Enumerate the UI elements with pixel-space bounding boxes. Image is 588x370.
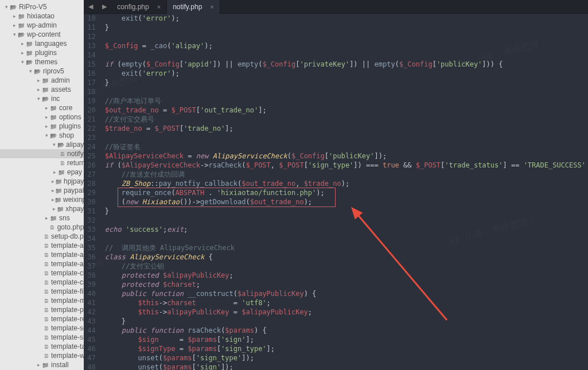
chevron-down-icon[interactable]: ▾ — [28, 68, 33, 74]
tree-folder[interactable]: ▸paypal — [0, 186, 84, 195]
tree-folder[interactable]: ▸hixiaotao — [0, 11, 84, 21]
code-line[interactable]: $AlipayServiceCheck = new AlipayServiceC… — [105, 151, 586, 161]
tree-folder[interactable]: ▸hpjpay — [0, 177, 84, 186]
tree-folder[interactable]: ▸xhpay — [0, 204, 84, 213]
code-line[interactable]: exit('error'); — [105, 14, 586, 23]
chevron-right-icon[interactable]: ▸ — [36, 362, 41, 368]
tree-folder[interactable]: ▸wp-admin — [0, 21, 84, 30]
tree-folder[interactable]: ▸install — [0, 360, 84, 369]
code-line[interactable] — [105, 87, 586, 96]
code-line[interactable]: $trade_no = $_POST['trade_no']; — [105, 124, 586, 133]
code-line[interactable]: $this->alipayPublicKey = $alipayPublicKe… — [105, 307, 586, 317]
tree-folder[interactable]: ▸admin — [0, 76, 84, 85]
code-line[interactable]: // 调用其他类 AlipayServiceCheck — [105, 243, 586, 252]
tree-folder[interactable]: ▸plugins — [0, 48, 84, 57]
tree-folder[interactable]: ▸options — [0, 112, 84, 122]
code-line[interactable]: //支付宝公钥 — [105, 262, 586, 271]
tree-file[interactable]: template-post-type.php — [0, 305, 84, 314]
tree-file[interactable]: template-walker.php — [0, 351, 84, 360]
code-line[interactable]: //发送支付成功回调 — [105, 170, 586, 179]
tree-folder[interactable]: ▸weixinpay — [0, 195, 84, 204]
tree-folder[interactable]: ▾riprov5 — [0, 67, 84, 76]
code-line[interactable]: } — [105, 207, 586, 216]
code-line[interactable]: //支付宝交易号 — [105, 115, 586, 124]
code-line[interactable]: ZB_Shop::pay_notfiy_callback($out_trade_… — [105, 179, 586, 188]
code-line[interactable]: public function __construct($alipayPubli… — [105, 289, 586, 298]
code-line[interactable]: //商户本地订单号 — [105, 96, 586, 106]
code-line[interactable]: } — [105, 78, 586, 87]
code-editor[interactable]: 1011121314151617181920212223242526272829… — [84, 14, 588, 370]
tree-file[interactable]: template-admin.php — [0, 241, 84, 250]
code-line[interactable] — [105, 133, 586, 142]
tree-file[interactable]: template-tags.php — [0, 342, 84, 351]
code-line[interactable] — [105, 32, 586, 41]
chevron-right-icon[interactable]: ▸ — [11, 22, 17, 28]
code-line[interactable]: protected $charset; — [105, 280, 586, 289]
close-icon[interactable]: × — [210, 3, 213, 10]
code-line[interactable]: //验证签名 — [105, 142, 586, 151]
tree-folder[interactable]: ▾RiPro-V5 — [0, 2, 84, 11]
tree-file[interactable]: template-filter.php — [0, 287, 84, 296]
code-line[interactable]: (new Hixiaotao())->getDownload($out_trad… — [105, 197, 586, 207]
chevron-right-icon[interactable]: ▸ — [52, 206, 57, 212]
tree-folder[interactable]: ▸epay — [0, 168, 84, 177]
chevron-right-icon[interactable]: ▸ — [20, 50, 25, 56]
code-line[interactable]: class AlipayServiceCheck { — [105, 252, 586, 262]
code-line[interactable]: $signType = $params['sign_type']; — [105, 344, 586, 353]
chevron-down-icon[interactable]: ▾ — [44, 133, 49, 138]
chevron-down-icon[interactable]: ▾ — [3, 4, 9, 10]
tree-file[interactable]: setup-db.php — [0, 232, 84, 241]
tree-file[interactable]: template-mail.php — [0, 296, 84, 305]
chevron-right-icon[interactable]: ▸ — [20, 41, 25, 46]
editor-tab[interactable]: notify.php× — [167, 0, 220, 14]
code-line[interactable]: require_once(ABSPATH . 'hixiaotao/functi… — [105, 188, 586, 197]
file-tree-sidebar[interactable]: ▾RiPro-V5▸hixiaotao▸wp-admin▾wp-content▸… — [0, 0, 84, 370]
code-line[interactable]: protected $alipayPublicKey; — [105, 271, 586, 280]
code-line[interactable] — [105, 216, 586, 225]
tree-file[interactable]: return.php — [0, 158, 84, 168]
code-line[interactable]: $_Config = _cao('alipay'); — [105, 41, 586, 50]
tree-folder[interactable]: ▸languages — [0, 39, 84, 48]
chevron-down-icon[interactable]: ▾ — [36, 96, 41, 102]
chevron-right-icon[interactable]: ▸ — [44, 105, 49, 111]
code-line[interactable] — [105, 234, 586, 243]
nav-forward-icon[interactable]: ▶ — [98, 3, 111, 10]
code-line[interactable]: exit('error'); — [105, 69, 586, 78]
chevron-right-icon[interactable]: ▸ — [11, 13, 17, 19]
tree-folder[interactable]: ▸assets — [0, 85, 84, 94]
code-line[interactable]: } — [105, 317, 586, 326]
code-line[interactable]: public function rsaCheck($params) { — [105, 326, 586, 335]
tree-folder[interactable]: ▾themes — [0, 57, 84, 67]
tree-file[interactable]: goto.php — [0, 223, 84, 232]
code-line[interactable]: echo 'success';exit; — [105, 225, 586, 234]
chevron-down-icon[interactable]: ▾ — [20, 59, 25, 65]
code-line[interactable]: unset($params['sign']); — [105, 363, 586, 370]
nav-back-icon[interactable]: ◀ — [84, 3, 98, 10]
tree-folder[interactable]: ▸plugins — [0, 122, 84, 131]
tree-file[interactable]: template-assets.php — [0, 259, 84, 268]
code-line[interactable]: $out_trade_no = $_POST['out_trade_no']; — [105, 106, 586, 115]
tree-folder[interactable]: ▸sns — [0, 213, 84, 223]
tree-folder[interactable]: ▸core — [0, 103, 84, 112]
editor-tab[interactable]: config.php× — [111, 0, 167, 14]
tree-file[interactable]: template-ajax.php — [0, 250, 84, 259]
code-content[interactable]: exit('error');}$_Config = _cao('alipay')… — [103, 14, 588, 370]
code-line[interactable]: } — [105, 23, 586, 32]
tree-file[interactable]: template-rewrite.php — [0, 314, 84, 324]
tree-file[interactable]: template-csf.php — [0, 278, 84, 287]
tree-file[interactable]: template-clean.php — [0, 268, 84, 278]
code-line[interactable]: if ($AlipayServiceCheck->rsaCheck($_POST… — [105, 161, 586, 170]
tree-file[interactable]: template-seo.php — [0, 324, 84, 333]
chevron-down-icon[interactable]: ▾ — [11, 32, 17, 37]
chevron-right-icon[interactable]: ▸ — [44, 123, 49, 129]
code-line[interactable] — [105, 50, 586, 60]
tree-file[interactable]: notify.php — [0, 149, 84, 158]
tree-folder[interactable]: ▾alipay — [0, 140, 84, 149]
tree-file[interactable]: template-shop.php — [0, 333, 84, 342]
code-line[interactable]: $sign = $params['sign']; — [105, 335, 586, 344]
chevron-right-icon[interactable]: ▸ — [52, 169, 57, 175]
code-line[interactable]: unset($params['sign_type']); — [105, 353, 586, 363]
tree-folder[interactable]: ▾inc — [0, 94, 84, 103]
chevron-right-icon[interactable]: ▸ — [36, 87, 41, 92]
tree-folder[interactable]: ▾shop — [0, 131, 84, 140]
